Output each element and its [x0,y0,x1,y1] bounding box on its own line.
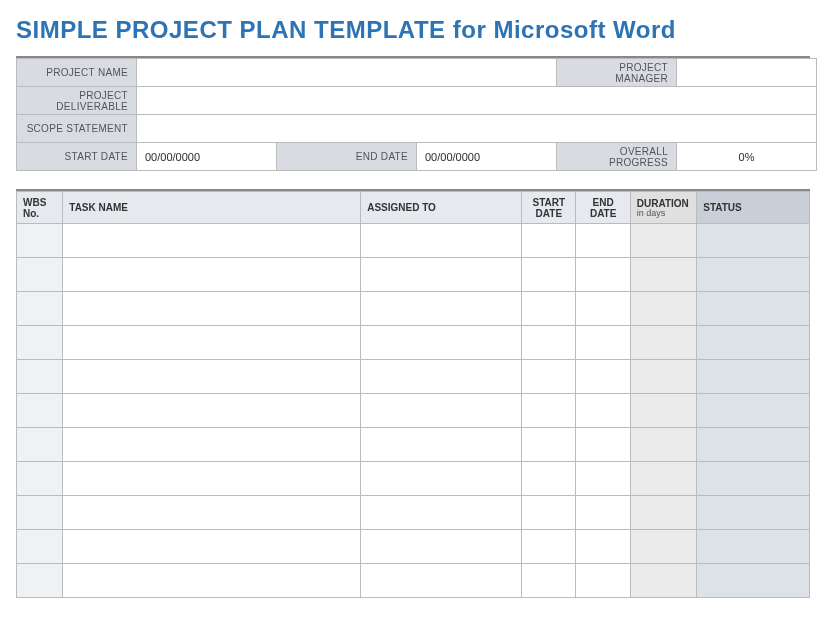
cell-wbs[interactable] [17,292,63,326]
cell-assigned-to[interactable] [361,292,522,326]
cell-assigned-to[interactable] [361,394,522,428]
cell-task-name[interactable] [63,530,361,564]
cell-duration[interactable] [630,496,696,530]
cell-task-name[interactable] [63,462,361,496]
cell-start-date[interactable] [522,326,576,360]
cell-status[interactable] [697,326,810,360]
cell-start-date[interactable] [522,292,576,326]
table-row [17,258,810,292]
cell-wbs[interactable] [17,224,63,258]
cell-status[interactable] [697,292,810,326]
cell-assigned-to[interactable] [361,258,522,292]
cell-end-date[interactable] [576,496,630,530]
cell-task-name[interactable] [63,428,361,462]
cell-assigned-to[interactable] [361,530,522,564]
header-assigned-to: ASSIGNED TO [361,192,522,224]
cell-start-date[interactable] [522,496,576,530]
cell-task-name[interactable] [63,564,361,598]
cell-task-name[interactable] [63,292,361,326]
cell-status[interactable] [697,428,810,462]
cell-end-date[interactable] [576,224,630,258]
cell-task-name[interactable] [63,326,361,360]
cell-start-date[interactable] [522,360,576,394]
cell-task-name[interactable] [63,394,361,428]
cell-wbs[interactable] [17,564,63,598]
cell-assigned-to[interactable] [361,496,522,530]
cell-wbs[interactable] [17,530,63,564]
cell-wbs[interactable] [17,258,63,292]
cell-status[interactable] [697,496,810,530]
cell-status[interactable] [697,394,810,428]
table-row [17,564,810,598]
value-project-name[interactable] [137,59,557,87]
value-end-date[interactable]: 00/00/0000 [417,143,557,171]
label-project-deliverable: PROJECT DELIVERABLE [17,87,137,115]
cell-task-name[interactable] [63,496,361,530]
cell-end-date[interactable] [576,564,630,598]
cell-duration[interactable] [630,394,696,428]
label-overall-progress: OVERALL PROGRESS [557,143,677,171]
cell-wbs[interactable] [17,360,63,394]
cell-start-date[interactable] [522,224,576,258]
cell-wbs[interactable] [17,462,63,496]
header-start-date: START DATE [522,192,576,224]
cell-assigned-to[interactable] [361,564,522,598]
cell-duration[interactable] [630,564,696,598]
cell-status[interactable] [697,360,810,394]
cell-duration[interactable] [630,530,696,564]
cell-end-date[interactable] [576,292,630,326]
cell-assigned-to[interactable] [361,224,522,258]
cell-duration[interactable] [630,224,696,258]
header-end-date: END DATE [576,192,630,224]
cell-wbs[interactable] [17,428,63,462]
cell-start-date[interactable] [522,462,576,496]
cell-duration[interactable] [630,462,696,496]
cell-wbs[interactable] [17,394,63,428]
cell-status[interactable] [697,258,810,292]
cell-duration[interactable] [630,360,696,394]
cell-status[interactable] [697,530,810,564]
cell-end-date[interactable] [576,360,630,394]
project-meta: PROJECT NAME PROJECT MANAGER PROJECT DEL… [16,56,810,171]
cell-assigned-to[interactable] [361,428,522,462]
cell-duration[interactable] [630,292,696,326]
cell-status[interactable] [697,462,810,496]
cell-start-date[interactable] [522,564,576,598]
value-project-manager[interactable] [677,59,817,87]
cell-end-date[interactable] [576,428,630,462]
header-duration-sub: in days [637,209,690,218]
cell-duration[interactable] [630,258,696,292]
cell-task-name[interactable] [63,360,361,394]
cell-start-date[interactable] [522,428,576,462]
cell-status[interactable] [697,564,810,598]
cell-task-name[interactable] [63,224,361,258]
cell-assigned-to[interactable] [361,360,522,394]
cell-duration[interactable] [630,428,696,462]
cell-duration[interactable] [630,326,696,360]
label-start-date: START DATE [17,143,137,171]
cell-start-date[interactable] [522,258,576,292]
cell-end-date[interactable] [576,462,630,496]
value-scope-statement[interactable] [137,115,817,143]
cell-start-date[interactable] [522,530,576,564]
value-project-deliverable[interactable] [137,87,817,115]
value-start-date[interactable]: 00/00/0000 [137,143,277,171]
table-row [17,462,810,496]
cell-end-date[interactable] [576,394,630,428]
cell-wbs[interactable] [17,496,63,530]
table-row [17,292,810,326]
cell-assigned-to[interactable] [361,462,522,496]
cell-task-name[interactable] [63,258,361,292]
table-row [17,428,810,462]
cell-end-date[interactable] [576,326,630,360]
cell-end-date[interactable] [576,258,630,292]
cell-assigned-to[interactable] [361,326,522,360]
cell-end-date[interactable] [576,530,630,564]
table-row [17,496,810,530]
value-overall-progress[interactable]: 0% [677,143,817,171]
cell-wbs[interactable] [17,326,63,360]
table-row [17,326,810,360]
tasks-table-wrap: WBS No. TASK NAME ASSIGNED TO START DATE… [16,189,810,598]
cell-status[interactable] [697,224,810,258]
cell-start-date[interactable] [522,394,576,428]
